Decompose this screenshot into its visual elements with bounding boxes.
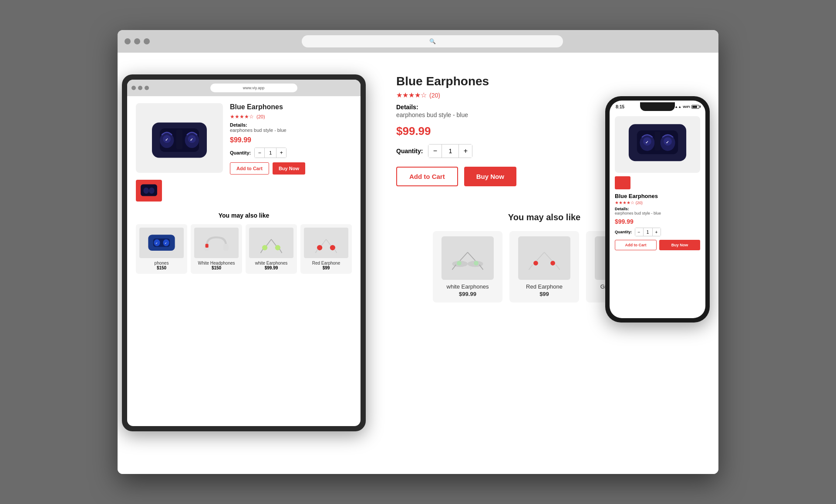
tablet-also-img-3 — [249, 228, 293, 258]
svg-line-47 — [280, 249, 282, 253]
tablet-also-price-3: $99.99 — [249, 265, 293, 270]
tablet-qty-increase[interactable]: + — [276, 148, 286, 158]
tablet-qty-decrease[interactable]: − — [255, 148, 264, 158]
tablet-details-text: earphones bud style - blue — [230, 128, 352, 133]
tablet-thumbnail-row — [136, 180, 352, 202]
tablet-also-name-4: Red Earphone — [304, 261, 348, 265]
svg-line-2 — [468, 252, 475, 261]
also-like-name-2: Red Earphone — [515, 283, 574, 290]
phone-product-image: ✓ ✓ — [615, 116, 700, 173]
svg-text:✓: ✓ — [165, 137, 169, 141]
svg-text:✓: ✓ — [155, 242, 158, 245]
tablet-address-bar[interactable]: www.viy.app — [210, 84, 297, 92]
svg-point-13 — [550, 261, 555, 265]
phone-device: 8:15 ▲▲▲ WiFi — [605, 96, 710, 323]
phone-product-title: Blue Earphones — [615, 193, 700, 199]
list-item: Red Earphone $99 — [300, 224, 352, 274]
tablet-max-btn[interactable] — [145, 86, 149, 90]
phone-qty-control: − 1 + — [635, 228, 661, 236]
phone-rating-row: ★★★★☆ (20) — [615, 200, 700, 205]
phone-screen: 8:15 ▲▲▲ WiFi — [610, 101, 705, 318]
phone-signal-icons: ▲▲▲ WiFi — [671, 105, 699, 109]
phone-actions: Add to Cart Buy Now — [615, 240, 700, 250]
tablet-close-btn[interactable] — [131, 86, 136, 90]
main-qty-input[interactable] — [442, 144, 459, 158]
tablet-details-label: Details: — [230, 122, 352, 128]
tablet-titlebar: www.viy.app — [127, 80, 361, 96]
main-qty-control: − + — [428, 144, 472, 158]
phone-notch — [640, 102, 675, 111]
svg-point-32 — [149, 188, 155, 194]
svg-point-31 — [143, 188, 149, 194]
tablet-also-img-2 — [194, 228, 239, 258]
list-item: Red Earphone $99 — [509, 231, 579, 302]
browser-close-btn[interactable] — [125, 38, 131, 44]
phone-time: 8:15 — [616, 104, 624, 109]
svg-text:✓: ✓ — [666, 140, 669, 144]
tablet-also-img-4 — [304, 228, 348, 258]
tablet-actions: Add to Cart Buy Now — [230, 162, 352, 175]
tablet-price: $99.99 — [230, 136, 352, 144]
tablet-also-name-2: White Headphones — [194, 261, 239, 265]
main-buy-now-button[interactable]: Buy Now — [464, 167, 516, 186]
phone-product-thumbnail[interactable] — [615, 176, 630, 189]
phone-details-text: earphones bud style - blue — [615, 211, 700, 215]
main-add-to-cart-button[interactable]: Add to Cart — [396, 167, 458, 186]
wifi-icon: WiFi — [683, 105, 690, 109]
svg-rect-29 — [176, 129, 182, 149]
browser-titlebar: 🔍 — [118, 30, 718, 53]
svg-point-5 — [474, 261, 479, 265]
tablet-min-btn[interactable] — [138, 86, 142, 90]
list-item: white Earphones $99.99 — [433, 231, 502, 302]
tablet-screen: www.viy.app — [127, 80, 361, 426]
tablet-also-price-4: $99 — [304, 265, 348, 270]
tablet-also-price-2: $150 — [194, 265, 239, 270]
list-item: ✓ ✓ phones $150 — [136, 224, 187, 274]
svg-line-1 — [460, 252, 468, 261]
tablet-rating-stars: ★★★★☆ — [230, 114, 254, 120]
phone-rating-stars: ★★★★☆ — [615, 200, 634, 205]
svg-rect-30 — [141, 185, 157, 196]
also-like-price-1: $99.99 — [438, 291, 497, 297]
svg-rect-62 — [654, 131, 660, 150]
phone-buy-now-button[interactable]: Buy Now — [659, 240, 700, 250]
also-like-price-2: $99 — [515, 291, 574, 297]
also-like-name-1: white Earphones — [438, 283, 497, 290]
tablet-product-thumbnail[interactable] — [136, 180, 162, 202]
tablet-rating-count: (20) — [256, 114, 265, 119]
phone-qty-label: Quantity: — [615, 230, 632, 234]
tablet-product-title: Blue Earphones — [230, 103, 352, 111]
main-product-title: Blue Earphones — [396, 74, 692, 88]
phone-qty-increase[interactable]: + — [653, 228, 661, 236]
tablet-add-to-cart-button[interactable]: Add to Cart — [230, 162, 269, 175]
browser-min-btn[interactable] — [134, 38, 140, 44]
tablet-product-info: Blue Earphones ★★★★☆ (20) Details: earph… — [230, 103, 352, 175]
tablet-product-image: ✓ ✓ — [136, 103, 223, 173]
main-qty-label: Quantity: — [396, 148, 423, 155]
tablet-also-name-1: phones — [139, 261, 184, 265]
tablet-content: ✓ ✓ Blue Earphones ★★★★☆ (20) — [127, 96, 361, 426]
phone-qty-decrease[interactable]: − — [635, 228, 643, 236]
tablet-buy-now-button[interactable]: Buy Now — [273, 162, 305, 175]
svg-text:✓: ✓ — [165, 242, 167, 245]
phone-rating-count: (20) — [636, 201, 643, 205]
tablet-qty-control: − 1 + — [254, 148, 287, 158]
tablet-also-like-grid: ✓ ✓ phones $150 — [136, 224, 352, 274]
svg-rect-41 — [206, 244, 209, 248]
main-qty-increase[interactable]: + — [459, 144, 472, 158]
svg-line-53 — [334, 249, 337, 253]
phone-add-to-cart-button[interactable]: Add to Cart — [615, 240, 657, 250]
svg-rect-40 — [223, 244, 229, 251]
main-rating-count: (20) — [429, 92, 440, 99]
tablet-device: www.viy.app — [122, 74, 366, 431]
phone-price: $99.99 — [615, 218, 700, 225]
svg-line-46 — [261, 249, 263, 253]
main-rating-stars: ★★★★☆ — [396, 91, 427, 99]
browser-address-bar[interactable]: 🔍 — [302, 35, 563, 47]
list-item: white Earphones $99.99 — [246, 224, 297, 274]
main-qty-decrease[interactable]: − — [428, 144, 442, 158]
browser-max-btn[interactable] — [144, 38, 150, 44]
phone-qty-row: Quantity: − 1 + — [615, 228, 700, 236]
svg-line-10 — [544, 252, 552, 261]
product-image-white-earphones — [442, 236, 494, 280]
